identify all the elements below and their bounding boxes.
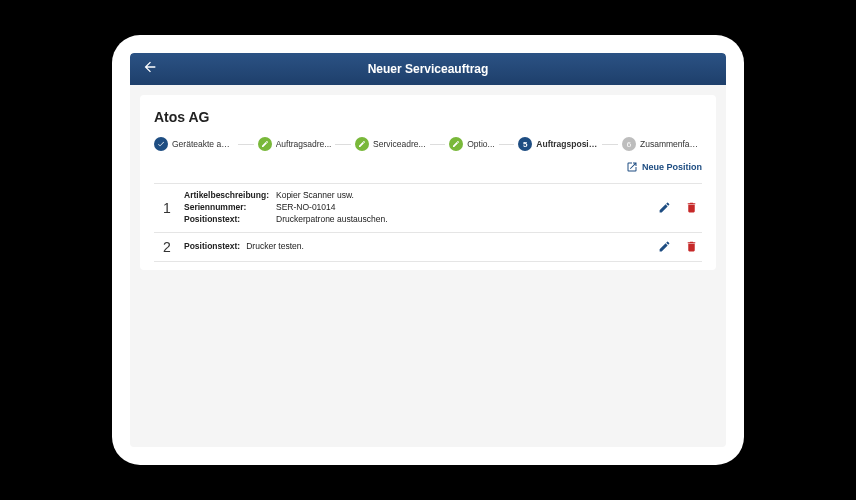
detail-line: Seriennummer: SER-NO-01014 bbox=[184, 202, 650, 214]
detail-label-artikelbeschreibung: Artikelbeschreibung: bbox=[184, 190, 270, 202]
row-actions bbox=[658, 240, 698, 253]
detail-label-seriennummer: Seriennummer: bbox=[184, 202, 270, 214]
step-connector bbox=[238, 144, 254, 145]
position-row: 2 Positionstext: Drucker testen. bbox=[154, 233, 702, 262]
step-number-icon: 6 bbox=[622, 137, 636, 151]
edit-step-icon bbox=[258, 137, 272, 151]
position-list: 1 Artikelbeschreibung: Kopier Scanner us… bbox=[154, 183, 702, 262]
edit-step-icon bbox=[449, 137, 463, 151]
step-label: Auftragspositi... bbox=[536, 139, 598, 149]
trash-icon bbox=[685, 201, 698, 214]
step-number-icon: 5 bbox=[518, 137, 532, 151]
tablet-frame: Neuer Serviceauftrag Atos AG Geräteakte … bbox=[112, 35, 744, 465]
back-button[interactable] bbox=[142, 59, 158, 79]
company-title: Atos AG bbox=[154, 109, 702, 125]
delete-button[interactable] bbox=[685, 201, 698, 214]
step-label: Optio... bbox=[467, 139, 494, 149]
header-bar: Neuer Serviceauftrag bbox=[130, 53, 726, 85]
edit-button[interactable] bbox=[658, 201, 671, 214]
step-label: Zusammenfass... bbox=[640, 139, 702, 149]
step-connector bbox=[430, 144, 446, 145]
position-row: 1 Artikelbeschreibung: Kopier Scanner us… bbox=[154, 184, 702, 233]
step-geraeteakte[interactable]: Geräteakte auswä... bbox=[154, 137, 234, 151]
content-area: Atos AG Geräteakte auswä... Auftragsadr bbox=[130, 85, 726, 447]
detail-value-positionstext: Drucker testen. bbox=[246, 241, 304, 253]
main-card: Atos AG Geräteakte auswä... Auftragsadr bbox=[140, 95, 716, 270]
detail-line: Positionstext: Drucker testen. bbox=[184, 241, 650, 253]
pencil-icon bbox=[658, 240, 671, 253]
step-connector bbox=[335, 144, 351, 145]
trash-icon bbox=[685, 240, 698, 253]
detail-label-positionstext: Positionstext: bbox=[184, 214, 270, 226]
check-icon bbox=[154, 137, 168, 151]
detail-label-positionstext: Positionstext: bbox=[184, 241, 240, 253]
detail-value-artikelbeschreibung: Kopier Scanner usw. bbox=[276, 190, 354, 202]
step-zusammenfassung[interactable]: 6 Zusammenfass... bbox=[622, 137, 702, 151]
pencil-icon bbox=[658, 201, 671, 214]
step-connector bbox=[499, 144, 515, 145]
open-new-icon bbox=[626, 161, 638, 173]
new-position-label: Neue Position bbox=[642, 162, 702, 172]
position-number: 2 bbox=[158, 239, 176, 255]
step-label: Geräteakte auswä... bbox=[172, 139, 234, 149]
detail-line: Positionstext: Druckerpatrone austausche… bbox=[184, 214, 650, 226]
step-optionen[interactable]: Optio... bbox=[449, 137, 494, 151]
row-actions bbox=[658, 201, 698, 214]
step-auftragsadresse[interactable]: Auftragsadre... bbox=[258, 137, 332, 151]
new-position-button[interactable]: Neue Position bbox=[626, 161, 702, 173]
delete-button[interactable] bbox=[685, 240, 698, 253]
edit-step-icon bbox=[355, 137, 369, 151]
step-serviceadresse[interactable]: Serviceadre... bbox=[355, 137, 425, 151]
app-container: Neuer Serviceauftrag Atos AG Geräteakte … bbox=[130, 53, 726, 447]
step-connector bbox=[602, 144, 618, 145]
detail-value-positionstext: Druckerpatrone austauschen. bbox=[276, 214, 388, 226]
stepper: Geräteakte auswä... Auftragsadre... bbox=[154, 137, 702, 151]
detail-line: Artikelbeschreibung: Kopier Scanner usw. bbox=[184, 190, 650, 202]
position-details: Artikelbeschreibung: Kopier Scanner usw.… bbox=[184, 190, 650, 226]
position-details: Positionstext: Drucker testen. bbox=[184, 241, 650, 253]
edit-button[interactable] bbox=[658, 240, 671, 253]
step-auftragspositionen[interactable]: 5 Auftragspositi... bbox=[518, 137, 598, 151]
position-number: 1 bbox=[158, 200, 176, 216]
arrow-left-icon bbox=[142, 59, 158, 75]
step-label: Auftragsadre... bbox=[276, 139, 332, 149]
page-title: Neuer Serviceauftrag bbox=[142, 62, 714, 76]
step-label: Serviceadre... bbox=[373, 139, 425, 149]
action-row: Neue Position bbox=[154, 161, 702, 173]
detail-value-seriennummer: SER-NO-01014 bbox=[276, 202, 336, 214]
